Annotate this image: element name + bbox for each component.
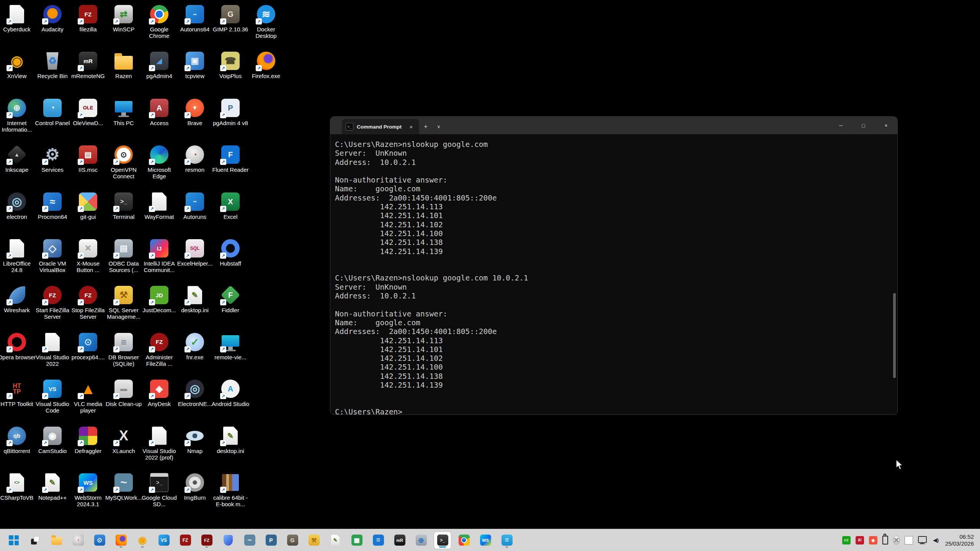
desktop-icon-audacity[interactable]: ↗Audacity xyxy=(34,5,71,33)
desktop-icon-autoruns64[interactable]: ▪▪↗Autoruns64 xyxy=(176,5,213,33)
terminal-output[interactable]: C:\Users\Razen>nslookup google.comServer… xyxy=(330,134,897,414)
desktop-icon-calibre[interactable]: ↗calibre 64bit - E-book m... xyxy=(212,473,249,507)
desktop-icon-brave[interactable]: ▼↗Brave xyxy=(176,99,213,126)
desktop-icon-recycle-bin[interactable]: ♻Recycle Bin xyxy=(34,52,71,79)
desktop-icon-terminal[interactable]: >_↗Terminal xyxy=(105,192,142,220)
taskbar-start-button[interactable] xyxy=(5,532,22,549)
tab-command-prompt[interactable]: >_ Command Prompt × xyxy=(342,119,419,134)
desktop-icon-desktop-ini-2[interactable]: ✎↗desktop.ini xyxy=(212,427,249,454)
desktop-icon-procexp64[interactable]: ⊙↗procexp64.... xyxy=(70,333,106,360)
desktop-icon-hubstaff[interactable]: ↗Hubstaff xyxy=(212,239,249,267)
desktop-icon-nmap[interactable]: ↗Nmap xyxy=(176,427,213,454)
desktop-icon-desktop-ini-1[interactable]: ✎↗desktop.ini xyxy=(176,286,213,313)
desktop-icon-xlaunch[interactable]: X↗XLaunch xyxy=(105,427,142,454)
desktop-icon-visual-studio-2022[interactable]: ↗Visual Studio 2022 xyxy=(34,333,71,367)
desktop-icon-iis-msc[interactable]: ▤↗IIS.msc xyxy=(70,145,106,173)
desktop-icon-internet-information[interactable]: ⊕↗Internet Informatio... xyxy=(0,99,35,133)
taskbar-libreoffice-writer[interactable]: ≡ xyxy=(370,532,387,549)
desktop-icon-justdecompile[interactable]: JD↗JustDecom... xyxy=(141,286,178,313)
desktop-icon-gimp[interactable]: G↗GIMP 2.10.36 xyxy=(212,5,249,33)
tab-close-icon[interactable]: × xyxy=(407,122,415,131)
desktop-icon-virtualbox[interactable]: ◇↗Oracle VM VirtualBox xyxy=(34,239,71,273)
desktop-icon-firefox-exe[interactable]: ↗Firefox.exe xyxy=(248,52,284,79)
desktop-icon-webstorm[interactable]: WS↗WebStorm 2024.3.1 xyxy=(70,473,106,507)
desktop-icon-excelhelper[interactable]: SQL↗ExcelHelper... xyxy=(176,239,213,267)
desktop-icon-start-filezilla-server[interactable]: FZ↗Start FileZilla Server xyxy=(34,286,71,320)
desktop-icon-procmon64[interactable]: ≈↗Procmon64 xyxy=(34,192,71,220)
tray-blank-square-tray[interactable] xyxy=(905,536,913,544)
desktop-icon-vlc[interactable]: ▲↗VLC media player xyxy=(70,380,106,414)
taskbar-notebook-app[interactable]: ≡ xyxy=(498,532,515,549)
desktop-icon-docker-desktop[interactable]: ≋↗Docker Desktop xyxy=(248,5,284,39)
desktop-icon-google-chrome[interactable]: ↗Google Chrome xyxy=(141,5,178,39)
maximize-button[interactable]: □ xyxy=(852,117,875,134)
taskbar-filezilla-server[interactable]: FZ xyxy=(198,532,215,549)
minimize-button[interactable]: ─ xyxy=(830,117,852,134)
desktop-icon-intellij-idea[interactable]: IJ↗IntelliJ IDEA Communit... xyxy=(141,239,178,273)
desktop-icon-remote-viewer[interactable]: ↗remote-vie... xyxy=(212,333,249,360)
desktop-icon-disk-cleanup[interactable]: ▬↗Disk Clean-up xyxy=(105,380,142,407)
desktop-icon-resmon[interactable]: ◔↗resmon xyxy=(176,145,213,173)
desktop-icon-visual-studio-2022-prof[interactable]: ↗Visual Studio 2022 (prof) xyxy=(141,427,178,461)
desktop-icon-inkscape[interactable]: ▲↗Inkscape xyxy=(0,145,35,173)
desktop-icon-notepad-plus-plus[interactable]: ✎↗Notepad++ xyxy=(34,473,71,501)
desktop-icon-services[interactable]: ⚙↗Services xyxy=(34,145,71,173)
desktop-icon-xmouse-button[interactable]: ✕↗X-Mouse Button ... xyxy=(70,239,106,273)
tray-usb-device-tray[interactable] xyxy=(882,536,888,544)
desktop-icon-voipplus[interactable]: ☎↗VoipPlus xyxy=(212,52,249,79)
taskbar-ssms[interactable]: ⚒ xyxy=(305,532,322,549)
desktop-icon-cyberduck[interactable]: ↗Cyberduck xyxy=(0,5,35,33)
desktop-icon-git-gui[interactable]: ↗git-gui xyxy=(70,192,106,220)
desktop-icon-fnr-exe[interactable]: ✓↗fnr.exe xyxy=(176,333,213,360)
desktop-icon-http-toolkit[interactable]: HT TP↗HTTP Toolkit xyxy=(0,380,35,407)
desktop-icon-anydesk[interactable]: ◈↗AnyDesk xyxy=(141,380,178,407)
desktop-icon-mremoteng[interactable]: mR↗mRemoteNG xyxy=(70,52,106,79)
taskbar-task-view[interactable] xyxy=(27,532,44,549)
desktop-icon-electron[interactable]: ◎↗electron xyxy=(0,192,35,220)
desktop-icon-libreoffice[interactable]: ↗LibreOffice 24.8 xyxy=(0,239,35,273)
taskbar-iis-manager[interactable]: ⊕ xyxy=(413,532,430,549)
taskbar-filezilla[interactable]: FZ xyxy=(177,532,194,549)
desktop-icon-google-cloud-sdk[interactable]: >_↗Google Cloud SD... xyxy=(141,473,178,507)
tray-volume-tray[interactable]: ◀) xyxy=(932,536,940,544)
taskbar-firefox[interactable] xyxy=(113,532,129,549)
taskbar-security-shield[interactable] xyxy=(220,532,237,549)
terminal-window[interactable]: >_ Command Prompt × + ∨ ─ □ × C:\Users\R… xyxy=(330,116,898,415)
desktop-icon-qbittorrent[interactable]: qb↗qBittorrent xyxy=(0,427,35,454)
taskbar-windows-terminal[interactable]: >_ xyxy=(434,532,451,549)
desktop-icon-csharptovb[interactable]: <>↗CSharpToVB xyxy=(0,473,35,501)
taskbar-file-explorer[interactable] xyxy=(48,532,65,549)
taskbar-vscode[interactable]: VS xyxy=(155,532,172,549)
desktop-icon-db-browser-sqlite[interactable]: ≡↗DB Browser (SQLite) xyxy=(105,333,142,367)
desktop-icon-access[interactable]: A↗Access xyxy=(141,99,178,126)
taskbar-clock[interactable]: 06:52 25/03/2026 xyxy=(945,533,974,547)
desktop-icon-this-pc[interactable]: This PC xyxy=(105,99,142,126)
desktop-icon-autoruns[interactable]: ▪▪↗Autoruns xyxy=(176,192,213,220)
tray-alert-a-tray[interactable]: A! xyxy=(856,536,864,544)
tray-xmouse-tray[interactable]: ✕ xyxy=(893,536,900,544)
desktop-icon-filezilla[interactable]: FZ↗filezilla xyxy=(70,5,106,33)
desktop-icon-razen-folder[interactable]: Razen xyxy=(105,52,142,79)
desktop-icon-control-panel[interactable]: ◔Control Panel xyxy=(34,99,71,126)
desktop-icon-microsoft-edge[interactable]: ↗Microsoft Edge xyxy=(141,145,178,179)
desktop-icon-fluent-reader[interactable]: F↗Fluent Reader xyxy=(212,145,249,173)
desktop-icon-administer-filezilla[interactable]: FZ↗Administer FileZilla ... xyxy=(141,333,178,367)
taskbar-mysql-workbench[interactable]: ~ xyxy=(241,532,258,549)
tray-filezilla-server-tray[interactable]: FZ xyxy=(842,536,851,544)
desktop-icon-ssms[interactable]: ⚒↗SQL Server Manageme... xyxy=(105,286,142,320)
desktop-icon-android-studio[interactable]: A↗Android Studio xyxy=(212,380,249,407)
taskbar-resource-monitor[interactable]: ◔ xyxy=(70,532,87,549)
taskbar-mremoteng[interactable]: mR xyxy=(391,532,408,549)
tray-anydesk-tray[interactable]: ◈ xyxy=(869,536,877,544)
desktop-icon-pgadmin4[interactable]: ◢↗pgAdmin4 xyxy=(141,52,178,79)
desktop-icon-visual-studio-code[interactable]: VS↗Visual Studio Code xyxy=(34,380,71,414)
close-button[interactable]: × xyxy=(875,117,897,134)
taskbar-pgadmin[interactable]: P xyxy=(263,532,279,549)
desktop-icon-wayformat[interactable]: ↗WayFormat xyxy=(141,192,178,220)
desktop-icon-excel[interactable]: X↗Excel xyxy=(212,192,249,220)
scrollbar-thumb[interactable] xyxy=(893,293,896,378)
desktop-icon-tcpview[interactable]: ▣↗tcpview xyxy=(176,52,213,79)
taskbar-gimp[interactable]: G xyxy=(284,532,301,549)
tray-network-tray[interactable] xyxy=(918,536,927,543)
taskbar-libreoffice-calc[interactable]: ▦ xyxy=(348,532,365,549)
